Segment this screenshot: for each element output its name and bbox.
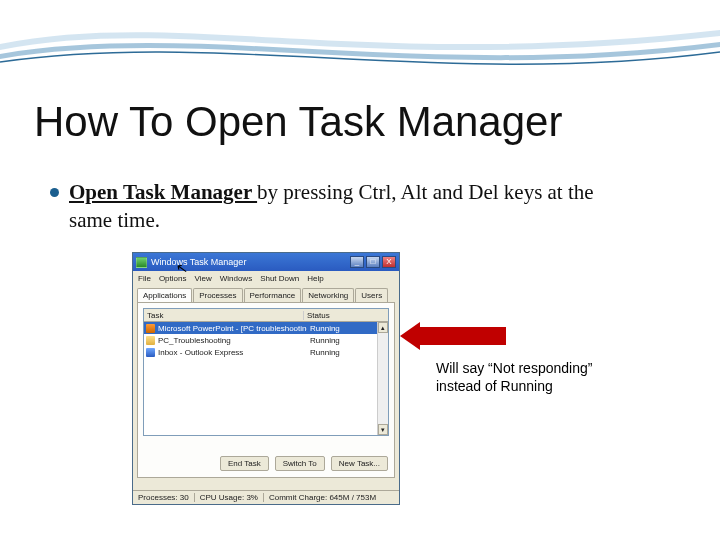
row-status: Running xyxy=(307,336,388,345)
menu-help[interactable]: Help xyxy=(307,274,323,283)
menu-options[interactable]: Options xyxy=(159,274,187,283)
bullet-dot-icon xyxy=(50,188,59,197)
window-title: Windows Task Manager xyxy=(151,257,346,267)
row-task: PC_Troubleshooting xyxy=(158,336,307,345)
menu-view[interactable]: View xyxy=(194,274,211,283)
bullet-text: Open Task Manager by pressing Ctrl, Alt … xyxy=(69,178,610,235)
list-item[interactable]: Inbox - Outlook Express Running xyxy=(144,346,388,358)
menubar: File Options View Windows Shut Down Help xyxy=(133,271,399,285)
status-cpu: CPU Usage: 3% xyxy=(195,493,264,502)
row-status: Running xyxy=(307,348,388,357)
menu-file[interactable]: File xyxy=(138,274,151,283)
close-button[interactable]: X xyxy=(382,256,396,268)
col-status[interactable]: Status xyxy=(304,311,388,320)
mail-icon xyxy=(146,348,155,357)
status-processes: Processes: 30 xyxy=(133,493,195,502)
maximize-button[interactable]: □ xyxy=(366,256,380,268)
folder-icon xyxy=(146,336,155,345)
scroll-down-icon[interactable]: ▾ xyxy=(378,424,388,435)
col-task[interactable]: Task xyxy=(144,311,304,320)
tab-networking[interactable]: Networking xyxy=(302,288,354,302)
list-item[interactable]: Microsoft PowerPoint - [PC troubleshooti… xyxy=(144,322,388,334)
titlebar: Windows Task Manager _ □ X xyxy=(133,253,399,271)
tab-applications[interactable]: Applications xyxy=(137,288,192,302)
list-item[interactable]: PC_Troubleshooting Running xyxy=(144,334,388,346)
menu-windows[interactable]: Windows xyxy=(220,274,252,283)
tab-panel: Task Status Microsoft PowerPoint - [PC t… xyxy=(137,302,395,478)
scrollbar[interactable]: ▴ ▾ xyxy=(377,322,388,435)
bullet-bold: Open Task Manager xyxy=(69,180,257,204)
row-task: Inbox - Outlook Express xyxy=(158,348,307,357)
tab-processes[interactable]: Processes xyxy=(193,288,242,302)
arrow-head-icon xyxy=(400,322,420,350)
app-icon xyxy=(136,257,147,268)
tab-performance[interactable]: Performance xyxy=(244,288,302,302)
task-manager-window: Windows Task Manager _ □ X File Options … xyxy=(132,252,400,505)
menu-shutdown[interactable]: Shut Down xyxy=(260,274,299,283)
callout-arrow xyxy=(400,322,506,350)
slide-title: How To Open Task Manager xyxy=(34,98,562,146)
status-commit: Commit Charge: 645M / 753M xyxy=(264,493,399,502)
row-status: Running xyxy=(307,324,388,333)
callout-text: Will say “Not responding” instead of Run… xyxy=(436,360,636,395)
bullet-item: Open Task Manager by pressing Ctrl, Alt … xyxy=(50,178,610,235)
powerpoint-icon xyxy=(146,324,155,333)
scroll-up-icon[interactable]: ▴ xyxy=(378,322,388,333)
slide-header-wave xyxy=(0,0,720,90)
list-header: Task Status xyxy=(144,309,388,322)
applications-list[interactable]: Task Status Microsoft PowerPoint - [PC t… xyxy=(143,308,389,436)
row-task: Microsoft PowerPoint - [PC troubleshooti… xyxy=(158,324,307,333)
new-task-button[interactable]: New Task... xyxy=(331,456,388,471)
tab-strip: Applications Processes Performance Netwo… xyxy=(133,285,399,302)
statusbar: Processes: 30 CPU Usage: 3% Commit Charg… xyxy=(133,490,399,504)
switch-to-button[interactable]: Switch To xyxy=(275,456,325,471)
tab-users[interactable]: Users xyxy=(355,288,388,302)
minimize-button[interactable]: _ xyxy=(350,256,364,268)
end-task-button[interactable]: End Task xyxy=(220,456,269,471)
arrow-body xyxy=(420,327,506,345)
